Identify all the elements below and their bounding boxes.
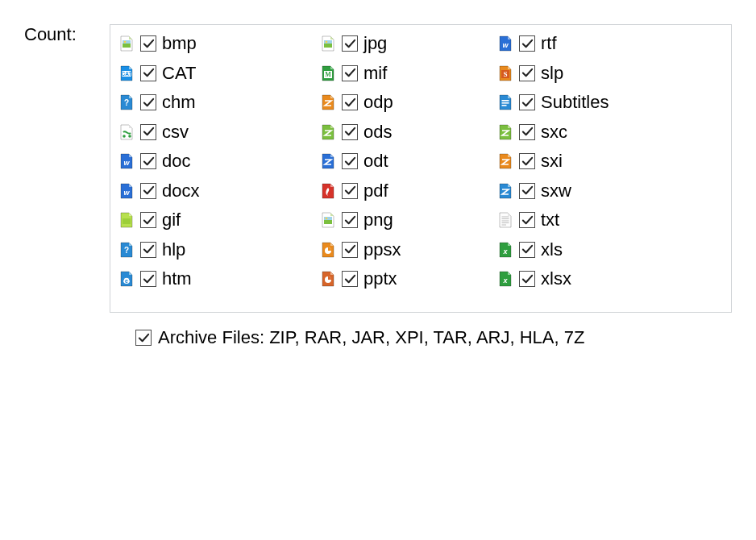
checkbox-docx[interactable] [140, 183, 156, 199]
checkbox-xlsx[interactable] [519, 271, 535, 287]
svg-rect-29 [502, 105, 507, 106]
svg-rect-1 [123, 40, 131, 44]
checkbox-hlp[interactable] [140, 242, 156, 258]
filetype-label: bmp [162, 33, 197, 54]
filetype-item-odp: odp [320, 90, 497, 114]
svg-rect-20 [324, 217, 332, 220]
filetype-label: pdf [363, 181, 388, 201]
filetype-item-subtitles: Subtitles [497, 90, 683, 114]
svg-text:w: w [123, 159, 130, 167]
filetype-item-png: png [320, 208, 497, 232]
svg-text:w: w [502, 41, 509, 49]
filetype-item-odt: odt [320, 149, 497, 173]
cat-icon: CAT [118, 65, 135, 81]
filetype-label: pptx [363, 268, 397, 289]
filetype-item-hlp: ? hlp [118, 238, 320, 262]
checkbox-png[interactable] [342, 212, 358, 228]
checkbox-sxi[interactable] [519, 153, 535, 169]
odp-icon [320, 94, 336, 110]
filetype-item-chm: ? chm [118, 90, 320, 114]
checkbox-sxw[interactable] [519, 183, 535, 199]
odt-icon [320, 153, 336, 169]
checkbox-odp[interactable] [342, 94, 358, 110]
filetype-label: gif [162, 210, 181, 231]
svg-rect-10 [123, 218, 131, 224]
slp-icon: S [497, 65, 513, 81]
checkbox-subtitles[interactable] [519, 94, 535, 110]
filetype-label: sxw [541, 181, 571, 201]
filetype-label: Subtitles [541, 92, 609, 113]
svg-rect-27 [502, 100, 509, 102]
filetype-item-sxw: sxw [497, 179, 683, 203]
help-blue-icon: ? [118, 242, 135, 258]
subtitles-icon [497, 94, 513, 110]
filetype-item-docx: w docx [118, 179, 320, 203]
filetype-item-rtf: w rtf [497, 31, 683, 56]
checkbox-sxc[interactable] [519, 124, 535, 140]
filetype-item-pdf: pdf [320, 179, 497, 203]
mif-icon: M [320, 65, 336, 81]
filetype-label: hlp [162, 239, 185, 260]
checkbox-odt[interactable] [342, 153, 358, 169]
sxi-icon [497, 153, 513, 169]
xls-icon: x [497, 242, 513, 258]
filetype-item-slp: S slp [497, 61, 683, 85]
checkbox-gif[interactable] [140, 212, 156, 228]
filetype-label: doc [162, 151, 190, 172]
checkbox-ods[interactable] [342, 124, 358, 140]
checkbox-rtf[interactable] [519, 35, 535, 52]
svg-text:x: x [502, 276, 508, 285]
sxc-icon [497, 124, 513, 140]
filetype-label: csv [162, 122, 189, 143]
svg-text:x: x [502, 247, 508, 255]
sxw-icon [497, 183, 513, 199]
svg-rect-28 [502, 102, 509, 104]
svg-point-16 [326, 41, 328, 44]
word-icon: w [497, 35, 513, 52]
archive-checkbox[interactable] [135, 330, 152, 346]
checkbox-slp[interactable] [519, 65, 535, 81]
svg-text:M: M [325, 71, 331, 78]
checkbox-doc[interactable] [140, 153, 156, 169]
filetype-label: slp [541, 63, 563, 84]
filetype-item-doc: w doc [118, 149, 320, 173]
filetype-label: rtf [541, 33, 557, 54]
checkbox-txt[interactable] [519, 212, 535, 228]
filetype-item-sxc: sxc [497, 120, 683, 144]
filetype-item-txt: txt [497, 208, 683, 232]
xls-icon: x [497, 271, 513, 287]
image-lime-icon [118, 212, 135, 228]
checkbox-pptx[interactable] [342, 271, 358, 287]
filetype-item-ods: ods [320, 120, 497, 144]
checkbox-ppsx[interactable] [342, 242, 358, 258]
filetype-item-csv: csv [118, 120, 320, 144]
pptx-icon [320, 271, 336, 287]
ods-icon [320, 124, 336, 140]
svg-point-7 [128, 135, 131, 138]
svg-text:?: ? [124, 246, 129, 255]
filetype-item-gif: gif [118, 208, 320, 232]
checkbox-bmp[interactable] [140, 35, 156, 52]
filetype-label: txt [541, 210, 559, 231]
checkbox-cat[interactable] [140, 65, 156, 81]
filetype-label: sxi [541, 151, 563, 172]
checkbox-xls[interactable] [519, 242, 535, 258]
svg-text:S: S [503, 70, 507, 78]
checkbox-htm[interactable] [140, 271, 156, 287]
checkbox-pdf[interactable] [342, 183, 358, 199]
pdf-icon [320, 183, 336, 199]
filetype-item-xlsx: x xlsx [497, 267, 683, 291]
filetype-label: htm [162, 268, 192, 289]
word-icon: w [118, 183, 135, 199]
svg-text:w: w [123, 188, 130, 196]
checkbox-jpg[interactable] [342, 35, 358, 52]
checkbox-csv[interactable] [140, 124, 156, 140]
filetype-item-mif: M mif [320, 61, 497, 85]
filetype-label: ods [363, 122, 392, 143]
filetype-label: odt [363, 151, 388, 172]
checkbox-chm[interactable] [140, 94, 156, 110]
svg-point-2 [124, 41, 127, 44]
checkbox-mif[interactable] [342, 65, 358, 81]
archive-label: Archive Files: ZIP, RAR, JAR, XPI, TAR, … [158, 327, 584, 348]
word-icon: w [118, 153, 135, 169]
